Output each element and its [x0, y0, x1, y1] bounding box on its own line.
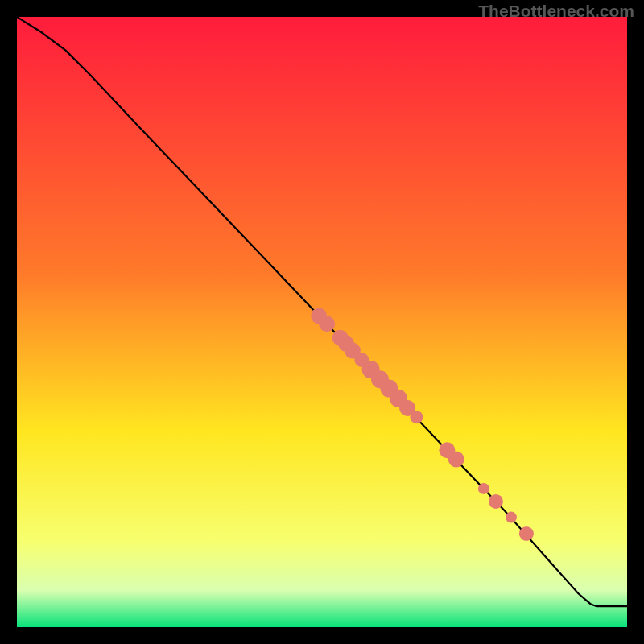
chart-area — [17, 17, 627, 627]
data-point — [519, 526, 534, 541]
data-point — [319, 316, 335, 332]
data-point — [448, 452, 464, 468]
watermark-text: TheBottleneck.com — [478, 2, 634, 21]
data-point — [506, 512, 517, 523]
data-point — [478, 483, 489, 494]
data-point — [411, 411, 423, 423]
chart-svg — [17, 17, 627, 627]
data-point — [489, 494, 503, 509]
